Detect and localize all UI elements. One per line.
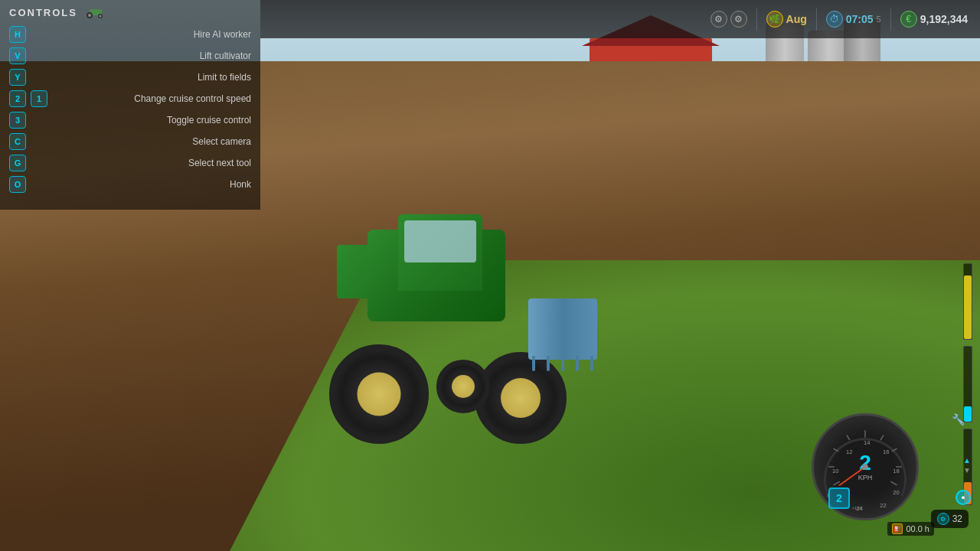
control-row-camera: C Select camera — [9, 133, 251, 150]
control-row-hire: H Hire AI worker — [9, 26, 251, 43]
hud-divider-3 — [890, 8, 891, 31]
wheel-rim-rl — [358, 373, 401, 416]
svg-point-4 — [99, 15, 101, 18]
speedo-circle: 8 10 12 14 16 18 20 22 24 ×100 2 KPH — [812, 413, 919, 520]
rpm-icon: ⚙ — [937, 513, 949, 525]
hud-time-text: 07:05 — [846, 13, 874, 25]
svg-text:20: 20 — [893, 489, 900, 496]
speed-arrows: ▲ ▼ — [963, 456, 971, 474]
speedometer: 8 10 12 14 16 18 20 22 24 ×100 2 KPH — [812, 413, 926, 528]
controls-panel: CONTROLS H Hire AI worker V Lift cultiva… — [0, 0, 260, 210]
arrow-up: ▲ — [963, 456, 971, 465]
cultivator-tines — [532, 356, 593, 375]
wheel-rim-rr — [501, 378, 541, 418]
svg-text:22: 22 — [880, 502, 887, 509]
hours-value: 00.0 h — [906, 524, 929, 533]
key-v: V — [9, 47, 26, 64]
time-icon: ⏱ — [826, 11, 843, 28]
control-row-cruise-speed: 2 1 Change cruise control speed — [9, 90, 251, 107]
svg-text:14: 14 — [864, 439, 871, 446]
season-icon: 🌿 — [766, 11, 783, 28]
label-limit: Limit to fields — [31, 72, 251, 83]
key-c: C — [9, 133, 26, 150]
key-2: 2 — [9, 90, 26, 107]
svg-line-13 — [890, 481, 897, 485]
key-y: Y — [9, 69, 26, 86]
tractor-wheel-rear-left — [329, 344, 429, 444]
hud-settings-group: ⚙ ⚙ — [710, 11, 747, 28]
rpm-value: 32 — [952, 514, 962, 524]
control-row-limit: Y Limit to fields — [9, 69, 251, 86]
bar-speed — [963, 346, 972, 422]
label-cruise-toggle: Toggle cruise control — [31, 115, 251, 126]
gear-number: 2 — [836, 492, 842, 504]
label-camera: Select camera — [31, 136, 251, 147]
svg-text:12: 12 — [846, 448, 853, 455]
svg-text:18: 18 — [893, 468, 900, 474]
hours-display: ⛽ 00.0 h — [887, 522, 934, 536]
indicator-circle: ● — [956, 490, 971, 505]
hud-divider-2 — [816, 8, 817, 31]
controls-title: CONTROLS — [9, 6, 251, 18]
label-tool: Select next tool — [31, 158, 251, 168]
label-hire: Hire AI worker — [31, 29, 251, 40]
gear-badge: 2 — [828, 487, 850, 509]
hud-time-group: ⏱ 07:05 5 — [826, 11, 881, 28]
arrow-down: ▼ — [963, 466, 971, 474]
hud-currency-group: € 9,192,344 — [900, 11, 968, 28]
key-1: 1 — [31, 90, 47, 107]
hud-time-sub: 5 — [877, 15, 881, 24]
key-h: H — [9, 26, 26, 43]
settings-icon-2[interactable]: ⚙ — [730, 11, 747, 28]
svg-point-24 — [862, 464, 868, 470]
svg-line-8 — [847, 435, 850, 441]
tine-1 — [532, 356, 535, 371]
hud-month-text: Aug — [786, 13, 807, 25]
label-lift: Lift cultivator — [31, 51, 251, 61]
label-honk: Honk — [31, 179, 251, 190]
wheel-rim-fl — [452, 375, 475, 398]
svg-point-2 — [88, 14, 91, 17]
control-row-tool: G Select next tool — [9, 155, 251, 171]
label-cruise-speed: Change cruise control speed — [52, 93, 251, 104]
tractor-wheel-front-left — [436, 360, 490, 413]
hud-divider-1 — [756, 8, 757, 31]
key-o: O — [9, 176, 26, 193]
svg-line-5 — [834, 481, 840, 485]
cultivator — [528, 298, 597, 360]
tine-3 — [561, 356, 564, 371]
control-row-cruise-toggle: 3 Toggle cruise control — [9, 112, 251, 129]
bar-fuel — [963, 263, 972, 340]
tractor-cab — [398, 214, 482, 291]
settings-icon-1[interactable]: ⚙ — [710, 11, 727, 28]
hud-money-text: 9,192,344 — [920, 13, 968, 25]
hud-season: 🌿 Aug — [766, 11, 807, 28]
svg-text:16: 16 — [883, 448, 890, 455]
controls-title-text: CONTROLS — [9, 7, 77, 18]
svg-text:10: 10 — [832, 468, 839, 474]
svg-line-10 — [880, 435, 884, 441]
bar-speed-fill — [964, 406, 972, 422]
tine-5 — [590, 356, 593, 371]
top-hud: ⚙ ⚙ 🌿 Aug ⏱ 07:05 5 € 9,192,344 — [260, 0, 980, 38]
tine-4 — [576, 356, 579, 371]
key-g: G — [9, 155, 26, 171]
key-3: 3 — [9, 112, 26, 129]
control-row-honk: O Honk — [9, 176, 251, 193]
currency-icon: € — [900, 11, 917, 28]
bar-fuel-fill — [964, 276, 972, 339]
dashboard: 🔧 8 — [804, 413, 972, 543]
fuel-icon: ⛽ — [892, 523, 903, 534]
tractor-icon — [83, 6, 108, 18]
svg-line-23 — [840, 467, 866, 485]
tine-2 — [547, 356, 550, 371]
tractor-cab-window — [404, 220, 476, 262]
rpm-display: ⚙ 32 — [931, 510, 969, 528]
svg-text:×100: ×100 — [852, 506, 862, 510]
tractor — [322, 199, 582, 444]
control-row-lift: V Lift cultivator — [9, 47, 251, 64]
